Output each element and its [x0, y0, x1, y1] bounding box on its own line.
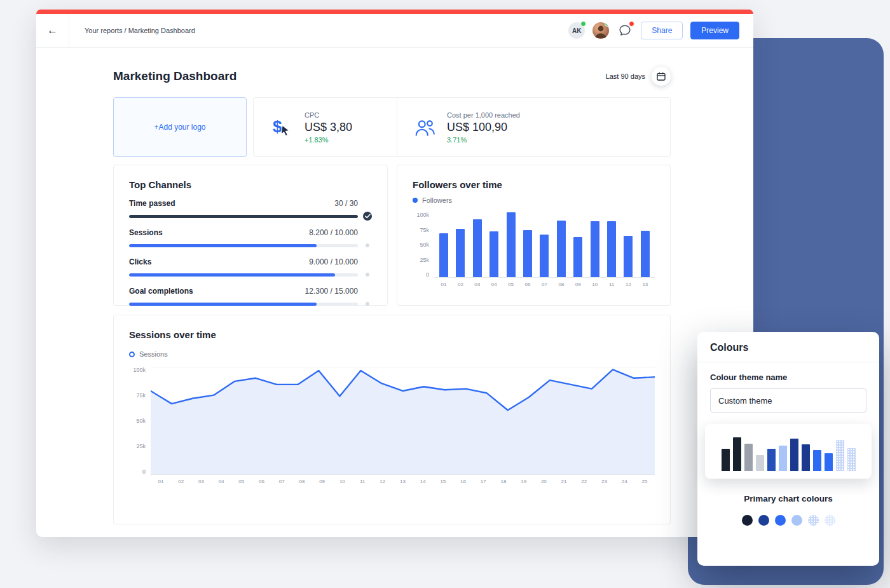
progress-fill: [129, 244, 317, 247]
breadcrumb[interactable]: Your reports / Marketing Dashboard: [85, 27, 195, 34]
colour-swatch[interactable]: [742, 515, 753, 526]
x-tick-label: 23: [599, 479, 609, 484]
legend-dot-icon: [413, 198, 418, 203]
theme-preview-bar: [847, 448, 856, 471]
theme-preview-bar: [779, 446, 787, 471]
gray-dot: [366, 273, 369, 277]
channel-row-head: Time passed30 / 30: [129, 199, 372, 208]
stat-change: 3.71%: [447, 136, 520, 144]
gray-dot: [366, 302, 369, 306]
x-tick-label: 09: [573, 282, 582, 287]
theme-preview-bar: [790, 439, 798, 471]
online-status-dot: [605, 22, 609, 27]
app-window: ← Your reports / Marketing Dashboard AK: [36, 10, 753, 537]
people-icon: [414, 117, 435, 137]
theme-name-input[interactable]: [710, 388, 866, 413]
dollar-cursor-icon: $: [270, 116, 293, 139]
avatar-photo[interactable]: [592, 22, 609, 39]
preview-button[interactable]: Preview: [690, 22, 739, 39]
channel-row-head: Clicks9.000 / 10.000: [129, 257, 372, 266]
stat-change: +1.83%: [305, 136, 352, 144]
x-tick-label: 06: [257, 479, 267, 484]
colour-swatch[interactable]: [791, 515, 802, 526]
x-tick-label: 11: [607, 282, 616, 287]
x-tick-label: 19: [519, 479, 529, 484]
colour-swatch[interactable]: [758, 515, 769, 526]
header-actions: AK Share Preview: [568, 22, 739, 39]
follower-bar: [456, 229, 465, 277]
theme-preview-bar: [756, 455, 764, 471]
primary-colours-label: Primary chart colours: [710, 494, 866, 503]
sessions-area: [151, 369, 655, 474]
stat-card-cost-per-1000: Cost per 1,000 reached US$ 100,90 3.71%: [397, 98, 537, 156]
channel-value: 12.300 / 15.000: [305, 287, 358, 296]
x-tick-label: 07: [277, 479, 287, 484]
date-range-picker[interactable]: Last 90 days: [606, 67, 671, 86]
incomplete-dot: [363, 270, 372, 279]
y-tick-label: 0: [142, 468, 146, 475]
progress-fill: [129, 215, 358, 218]
channel-row-head: Goal completions12.300 / 15.000: [129, 287, 372, 296]
back-button[interactable]: ←: [36, 24, 69, 37]
follower-bar: [489, 231, 498, 277]
widgets-row: Top Channels Time passed30 / 30Sessions8…: [113, 165, 671, 306]
progress-track: [129, 215, 358, 218]
avatar-initials[interactable]: AK: [568, 22, 585, 39]
chat-button[interactable]: [617, 22, 633, 39]
follower-bar: [540, 235, 549, 277]
theme-preview-bar: [733, 437, 741, 471]
colour-swatch[interactable]: [808, 515, 819, 526]
add-logo-button[interactable]: +Add your logo: [113, 97, 247, 157]
colours-panel-title: Colours: [697, 332, 879, 362]
channel-value: 9.000 / 10.000: [309, 257, 358, 266]
stat-label: Cost per 1,000 reached: [447, 111, 520, 119]
channel-row: Sessions8.200 / 10.000: [129, 228, 372, 250]
add-logo-label: +Add your logo: [154, 123, 205, 132]
x-tick-label: 08: [557, 282, 566, 287]
follower-bar: [641, 231, 650, 277]
top-channels-widget: Top Channels Time passed30 / 30Sessions8…: [113, 165, 388, 306]
x-tick-label: 21: [559, 479, 569, 484]
report-content: Marketing Dashboard Last 90 days +Add yo…: [36, 48, 753, 524]
theme-preview-bar: [802, 444, 810, 471]
top-channels-list: Time passed30 / 30Sessions8.200 / 10.000…: [129, 199, 372, 308]
x-tick-label: 06: [523, 282, 532, 287]
calendar-icon: [657, 72, 666, 81]
followers-bar-chart: 100k75k50k25k0 0102030405060708091011121…: [413, 212, 655, 287]
x-tick-label: 17: [478, 479, 488, 484]
channel-row: Clicks9.000 / 10.000: [129, 257, 372, 279]
sessions-plot: 0102030405060708091011121314151617181920…: [151, 367, 655, 484]
x-tick-label: 05: [507, 282, 516, 287]
colour-swatch[interactable]: [775, 515, 786, 526]
legend-label: Sessions: [139, 350, 168, 358]
y-tick-label: 75k: [420, 227, 429, 233]
incomplete-dot: [363, 241, 372, 250]
x-tick-label: 13: [641, 282, 650, 287]
followers-y-axis: 100k75k50k25k0: [413, 212, 434, 278]
x-tick-label: 22: [579, 479, 589, 484]
share-button[interactable]: Share: [641, 22, 683, 39]
x-tick-label: 04: [216, 479, 226, 484]
x-tick-label: 18: [498, 479, 509, 484]
x-tick-label: 02: [176, 479, 186, 484]
progress-track: [129, 244, 358, 247]
channel-bar-line: [129, 299, 372, 308]
x-tick-label: 05: [236, 479, 247, 484]
y-tick-label: 100k: [133, 367, 146, 373]
calendar-button[interactable]: [652, 67, 671, 86]
x-tick-label: 12: [378, 479, 388, 484]
progress-fill: [129, 303, 317, 306]
stat-label: CPC: [305, 111, 352, 119]
follower-bar: [507, 212, 516, 277]
sessions-widget: Sessions over time Sessions 100k75k50k25…: [113, 315, 671, 524]
y-tick-label: 25k: [420, 257, 429, 263]
date-range-label: Last 90 days: [606, 72, 645, 80]
stats-row: +Add your logo $ CPC US$ 3,80 +1.83%: [113, 97, 671, 157]
followers-x-labels: 01020304050607080910111213: [434, 278, 655, 287]
colour-swatch[interactable]: [825, 515, 835, 526]
x-tick-label: 03: [196, 479, 206, 484]
x-tick-label: 11: [357, 479, 367, 484]
theme-name-label: Colour theme name: [710, 373, 866, 382]
app-header: ← Your reports / Marketing Dashboard AK: [36, 14, 753, 48]
x-tick-label: 04: [489, 282, 498, 287]
